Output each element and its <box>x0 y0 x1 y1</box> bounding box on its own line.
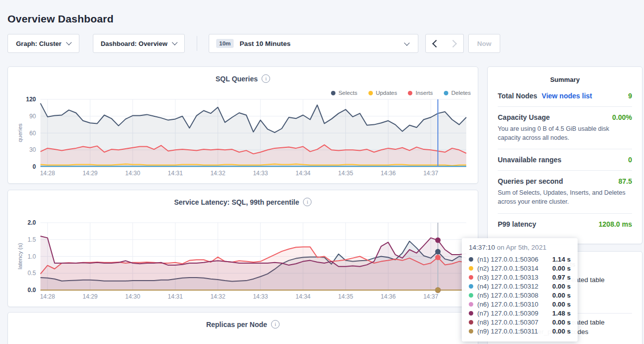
x-tick-label: 14:37 <box>423 170 438 177</box>
summary-item-label: Unavailable ranges <box>498 156 562 164</box>
time-range-badge: 10m <box>216 39 234 48</box>
x-tick-label: 14:32 <box>210 293 225 300</box>
x-tick-label: 14:31 <box>168 293 183 300</box>
x-tick-label: 14:31 <box>168 170 183 177</box>
tooltip-node-label: (n3) 127.0.0.1:50313 <box>477 274 538 281</box>
tooltip-node-label: (n8) 127.0.0.1:50307 <box>477 319 538 326</box>
tooltip-series-dot <box>469 257 473 262</box>
tooltip-series-dot <box>469 329 473 334</box>
x-tick-label: 14:33 <box>253 293 268 300</box>
tooltip-node-value: 0.00 s <box>548 292 571 299</box>
tooltip-node-label: (n7) 127.0.0.1:50309 <box>477 310 538 317</box>
graph-dropdown-label: Graph: Cluster <box>16 40 61 47</box>
service-latency-chart-card: Service Latency: SQL, 99th percentile la… <box>7 190 478 307</box>
chevron-left-icon <box>432 39 440 47</box>
hover-dot <box>435 255 441 260</box>
tooltip-row: (n4) 127.0.0.1:503120.00 s <box>469 282 571 291</box>
chevron-down-icon <box>172 39 178 45</box>
x-tick-label: 14:29 <box>83 293 98 300</box>
hover-dot <box>435 288 441 293</box>
x-tick-label: 14:32 <box>210 170 225 177</box>
x-tick-label: 14:33 <box>253 170 268 177</box>
tooltip-series-dot <box>469 266 473 271</box>
x-tick-label: 14:37 <box>423 293 438 300</box>
tooltip-series-dot <box>469 293 473 298</box>
tooltip-node-value: 0.97 s <box>548 274 571 281</box>
tooltip-date: on Apr 5th, 2021 <box>495 244 547 251</box>
tooltip-series-dot <box>469 311 473 316</box>
tooltip-time: 14:37:10 <box>469 244 495 251</box>
chart-title: Replicas per Node <box>206 321 267 329</box>
summary-item: Unavailable ranges0 <box>498 149 632 171</box>
tooltip-series-dot <box>469 320 473 325</box>
x-tick-label: 14:34 <box>296 293 311 300</box>
tooltip-series-dot <box>469 284 473 289</box>
time-range-dropdown[interactable]: 10m Past 10 Minutes <box>209 34 418 53</box>
tooltip-row: (n2) 127.0.0.1:503140.00 s <box>469 264 571 273</box>
tooltip-node-label: (n9) 127.0.0.1:50311 <box>477 328 538 335</box>
time-next-button[interactable] <box>444 34 464 53</box>
chart-hover-tooltip: 14:37:10 on Apr 5th, 2021 (n1) 127.0.0.1… <box>462 238 578 342</box>
tooltip-series-dot <box>469 275 473 280</box>
y-tick-label: 0 <box>32 163 36 170</box>
summary-title: Summary <box>488 67 642 83</box>
y-tick-label: 90 <box>29 113 36 120</box>
tooltip-node-label: (n5) 127.0.0.1:50308 <box>477 292 538 299</box>
x-tick-label: 14:34 <box>296 170 311 177</box>
chevron-down-icon <box>66 39 71 45</box>
replicas-per-node-chart-card: Replicas per Node <box>7 312 478 344</box>
service-latency-plot[interactable]: 0.00.51.01.52.014:2814:2914:3014:3114:32… <box>8 190 479 308</box>
tooltip-timestamp: 14:37:10 on Apr 5th, 2021 <box>469 244 571 251</box>
summary-items: Total NodesView nodes list9Capacity Usag… <box>488 83 642 235</box>
tooltip-node-label: (n4) 127.0.0.1:50312 <box>477 283 538 290</box>
x-tick-label: 14:36 <box>381 170 396 177</box>
x-tick-label: 14:30 <box>125 293 140 300</box>
dashboard-dropdown-label: Dashboard: Overview <box>101 40 168 47</box>
summary-item: P99 latency1208.0 ms <box>498 214 632 235</box>
toolbar-divider <box>197 36 197 51</box>
chart-title-row: Replicas per Node <box>8 320 478 329</box>
tooltip-row: (n8) 127.0.0.1:503070.00 s <box>469 318 571 327</box>
summary-item-value: 0.00% <box>612 113 632 121</box>
chevron-right-icon <box>449 39 457 47</box>
y-tick-label: 30 <box>29 146 36 153</box>
x-tick-label: 14:35 <box>338 293 353 300</box>
dashboard-dropdown[interactable]: Dashboard: Overview <box>93 34 185 53</box>
tooltip-row: (n1) 127.0.0.1:503061.14 s <box>469 255 571 264</box>
x-tick-label: 14:30 <box>125 170 140 177</box>
y-tick-label: 60 <box>29 130 36 137</box>
y-tick-label: 0.0 <box>27 287 36 294</box>
summary-panel: Summary Total NodesView nodes list9Capac… <box>487 66 643 244</box>
y-tick-label: 1.0 <box>27 253 36 260</box>
y-tick-label: 2.0 <box>27 219 36 226</box>
tooltip-rows: (n1) 127.0.0.1:503061.14 s(n2) 127.0.0.1… <box>469 255 571 336</box>
y-tick-label: 0.5 <box>27 270 36 277</box>
tooltip-node-value: 0.00 s <box>548 328 571 335</box>
info-icon[interactable] <box>271 320 280 329</box>
tooltip-series-dot <box>469 302 473 307</box>
x-tick-label: 14:28 <box>40 170 55 177</box>
time-prev-button[interactable] <box>425 34 445 53</box>
view-nodes-list-link[interactable]: View nodes list <box>542 92 592 100</box>
tooltip-row: (n3) 127.0.0.1:503130.97 s <box>469 273 571 282</box>
tooltip-node-label: (n6) 127.0.0.1:50310 <box>477 301 538 308</box>
page-title: Overview Dashboard <box>7 13 114 25</box>
summary-item: Capacity Usage0.00%You are using 0 B of … <box>498 107 632 149</box>
tooltip-node-value: 1.48 s <box>548 310 571 317</box>
summary-item: Total NodesView nodes list9 <box>498 85 632 107</box>
tooltip-row: (n9) 127.0.0.1:503110.00 s <box>469 327 571 336</box>
summary-item-value: 9 <box>628 92 632 100</box>
hover-dot <box>435 249 441 255</box>
tooltip-node-value: 0.00 s <box>548 301 571 308</box>
tooltip-node-label: (n1) 127.0.0.1:50306 <box>477 256 538 263</box>
graph-dropdown[interactable]: Graph: Cluster <box>7 34 79 53</box>
tooltip-node-label: (n2) 127.0.0.1:50314 <box>477 265 538 272</box>
now-button[interactable]: Now <box>468 34 500 53</box>
summary-item-description: Sum of Selects, Updates, Inserts, and De… <box>498 188 632 206</box>
y-tick-label: 120 <box>26 96 36 103</box>
tooltip-node-value: 0.00 s <box>548 283 571 290</box>
x-tick-label: 14:36 <box>381 293 396 300</box>
summary-item: Queries per second87.5Sum of Selects, Up… <box>498 171 632 213</box>
sql-queries-plot[interactable]: 030609012014:2814:2914:3014:3114:3214:33… <box>8 67 479 184</box>
hover-dot <box>435 238 441 243</box>
